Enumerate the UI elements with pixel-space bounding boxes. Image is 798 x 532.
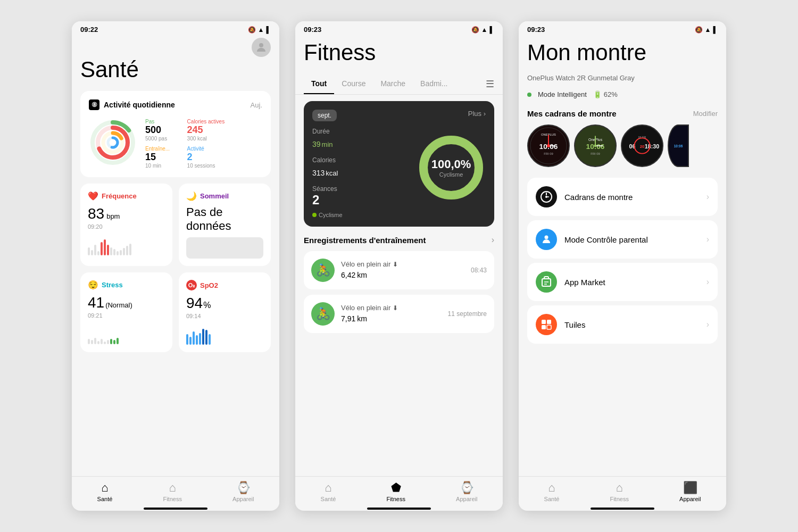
nav-appareil-3[interactable]: ⬛ Appareil — [679, 481, 701, 502]
nav-sante-label-1: Santé — [97, 496, 113, 502]
pas-value: 500 — [145, 124, 183, 136]
svg-point-25 — [594, 145, 597, 147]
svg-text:10:06: 10:06 — [674, 144, 683, 148]
watch-face-2[interactable]: OnePlus 10:06 FRI 09 — [574, 124, 617, 167]
appmarket-label: App Market — [564, 278, 699, 287]
page-title-sante: Santé — [80, 57, 271, 82]
menu-controle[interactable]: Mode Contrôle parental › — [527, 220, 718, 259]
tab-tout[interactable]: Tout — [304, 74, 334, 94]
fitness-content: sept. Plus › Durée 39min Calories 313k — [295, 95, 503, 476]
svg-text:FRI 09: FRI 09 — [591, 152, 600, 155]
seances-stat: Séances 2 — [312, 185, 408, 207]
page-title-fitness: Fitness — [304, 40, 494, 65]
nav-appareil-label-1: Appareil — [232, 496, 254, 502]
cyclisme-legend: Cyclisme — [312, 212, 486, 218]
fitness-icon-3: ⌂ — [616, 481, 623, 495]
wifi-icon-2: ▲ — [481, 26, 488, 34]
nav-sante-3[interactable]: ⌂ Santé — [544, 481, 560, 502]
sante-content: ⑧ Activité quotidienne Auj. — [72, 91, 279, 476]
health-row-1: ❤️ Fréquence 83bpm 09:20 — [80, 184, 271, 266]
svg-rect-43 — [547, 325, 551, 329]
fitness-screen: 09:23 🔕 ▲ ▌ Fitness Tout Course Marche B… — [295, 21, 503, 511]
nav-fitness-3[interactable]: ⌂ Fitness — [610, 481, 628, 502]
heart-icon: ❤️ — [88, 191, 98, 201]
fitness-tabs: Tout Course Marche Badmi... ☰ — [295, 74, 503, 95]
time-3: 09:23 — [527, 26, 545, 34]
legend-text: Cyclisme — [319, 212, 343, 218]
home-icon-3: ⌂ — [548, 481, 555, 495]
plus-button[interactable]: Plus › — [468, 110, 486, 118]
appmarket-icon — [536, 271, 557, 293]
stress-card[interactable]: 😌 Stress 41(Normal) 09:21 — [80, 272, 172, 352]
battery-icon-2: ▌ — [489, 26, 494, 34]
silent-icon: 🔕 — [248, 26, 256, 34]
menu-appmarket[interactable]: App Market › — [527, 263, 718, 301]
controle-icon — [536, 229, 557, 250]
activity-item-1[interactable]: 🚴 Vélo en plein air ⬇ 6,42km 08:43 — [304, 251, 494, 289]
spo2-value: 94% — [186, 295, 263, 312]
cadrans-chevron: › — [706, 192, 709, 202]
nav-sante-1[interactable]: ⌂ Santé — [97, 481, 113, 502]
stress-value: 41(Normal) — [88, 294, 165, 311]
tab-menu-button[interactable]: ☰ — [486, 78, 494, 90]
activity-card: ⑧ Activité quotidienne Auj. — [80, 91, 271, 177]
cadrans-label: Cadrans de montre — [564, 193, 699, 202]
nav-fitness-label-1: Fitness — [163, 496, 181, 502]
activity-item-2[interactable]: 🚴 Vélo en plein air ⬇ 7,91km 11 septembr… — [304, 295, 494, 333]
cycling-icon-1: 🚴 — [311, 259, 335, 282]
spo2-card[interactable]: O₂ SpO2 94% 09:14 — [179, 272, 271, 352]
wifi-icon: ▲ — [258, 26, 264, 34]
home-icon-2: ⌂ — [325, 481, 331, 495]
nav-sante-2[interactable]: ⌂ Santé — [321, 481, 336, 502]
duree-stat: Durée 39min — [312, 128, 408, 150]
nav-fitness-label-2: Fitness — [386, 496, 405, 502]
stat-pas: Pas 500 5000 pas — [145, 119, 183, 142]
avatar[interactable] — [252, 38, 271, 57]
activity-info-1: Vélo en plein air ⬇ 6,42km — [341, 260, 464, 280]
menu-tuiles[interactable]: Tuiles › — [527, 305, 718, 344]
enregistrements-chevron[interactable]: › — [492, 235, 494, 245]
nav-appareil-2[interactable]: ⌚ Appareil — [456, 481, 477, 502]
entrainement-label: Entraîne... — [145, 146, 183, 152]
spo2-time: 09:14 — [186, 313, 263, 319]
svg-text:20: 20 — [640, 144, 645, 149]
workout-month: sept. — [312, 110, 337, 121]
tab-course[interactable]: Course — [334, 74, 373, 94]
watch-face-3[interactable]: 06 FRI 06 18:30 20 — [621, 124, 663, 167]
watch-icon-3: ⬛ — [683, 481, 697, 495]
activite-value: 2 — [187, 152, 225, 163]
svg-rect-40 — [542, 320, 546, 324]
home-bar-1 — [144, 508, 207, 510]
sante-header: Santé — [72, 36, 279, 91]
watch-face-4[interactable]: 10:06 — [668, 124, 689, 167]
nav-fitness-2[interactable]: ⬟ Fitness — [386, 481, 405, 502]
sommeil-card[interactable]: 🌙 Sommeil Pas de données — [179, 184, 271, 266]
modifier-button[interactable]: Modifier — [693, 110, 718, 118]
seances-value: 2 — [312, 193, 408, 207]
activity-name-2: Vélo en plein air ⬇ — [341, 304, 442, 312]
tab-marche[interactable]: Marche — [373, 74, 413, 94]
nav-fitness-1[interactable]: ⌂ Fitness — [163, 481, 181, 502]
battery-info: 🔋 62% — [593, 90, 618, 98]
status-bar-1: 09:22 🔕 ▲ ▌ — [72, 21, 279, 36]
activity-date-2: 11 septembre — [448, 310, 487, 318]
status-icons-3: 🔕 ▲ ▌ — [695, 26, 718, 34]
svg-rect-42 — [542, 325, 546, 329]
watch-face-1[interactable]: ONEPLUS 10:06 FRI 09 — [527, 124, 570, 167]
bottom-nav-2: ⌂ Santé ⬟ Fitness ⌚ Appareil — [295, 476, 503, 504]
svg-point-38 — [545, 236, 548, 239]
tuiles-label: Tuiles — [564, 320, 699, 329]
activity-time-1: 08:43 — [471, 267, 487, 274]
menu-cadrans[interactable]: Cadrans de montre › — [527, 178, 718, 216]
home-bar-2 — [367, 508, 431, 510]
watch-faces-header: Mes cadrans de montre Modifier — [527, 109, 718, 118]
frequence-card[interactable]: ❤️ Fréquence 83bpm 09:20 — [80, 184, 172, 266]
enregistrements-header: Enregistrements d'entraînement › — [304, 235, 494, 245]
status-icons-2: 🔕 ▲ ▌ — [471, 26, 494, 34]
tab-badminton[interactable]: Badmi... — [413, 74, 455, 94]
activity-title: Activité quotidienne — [104, 101, 175, 109]
controle-chevron: › — [706, 235, 709, 244]
nav-appareil-1[interactable]: ⌚ Appareil — [232, 481, 254, 502]
spo2-chart — [186, 323, 263, 345]
cloud-icon-2: ⬇ — [393, 304, 398, 312]
